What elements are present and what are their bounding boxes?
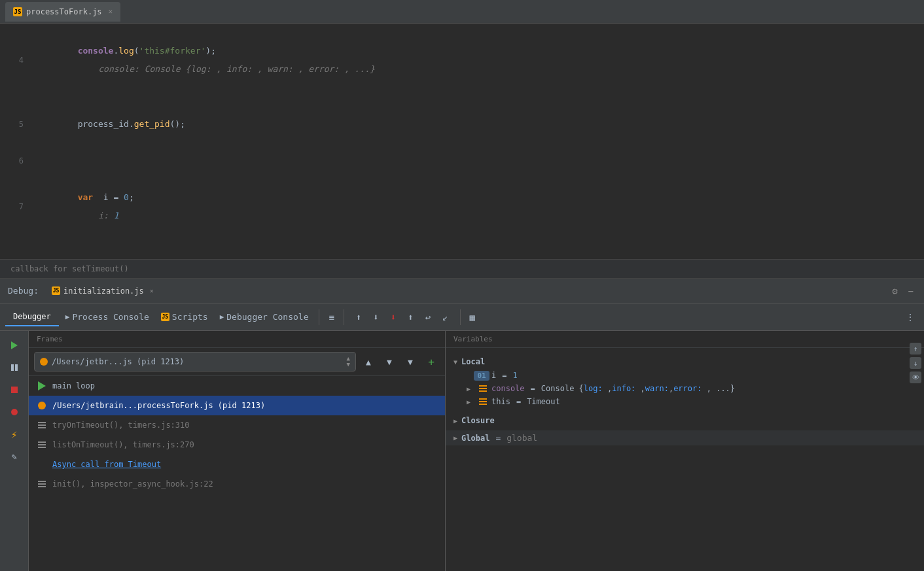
global-section-title: Global [461, 434, 489, 443]
frame-item-init[interactable]: init(), inspector_async_hook.js:22 [29, 474, 445, 494]
variables-header: Variables [446, 331, 924, 348]
frame-processtofork-text: /Users/jetbrain...processToFork.js (pid … [52, 401, 437, 410]
frame-item-processtofork[interactable]: /Users/jetbrain...processToFork.js (pid … [29, 396, 445, 415]
frame-tryontimeout-text: tryOnTimeout(), timers.js:310 [52, 421, 437, 430]
right-action-icons: ↑ ↓ 👁 [907, 340, 924, 386]
eye-icon[interactable]: 👁 [910, 372, 921, 383]
var-this-name: this [491, 397, 510, 406]
svg-rect-11 [38, 481, 46, 482]
code-editor: 4 console.log('this#forker'); console: C… [0, 24, 924, 259]
svg-rect-3 [11, 387, 18, 393]
var-i-value: 1 [512, 371, 517, 380]
tab-close-icon[interactable]: ✕ [109, 7, 113, 16]
svg-rect-6 [38, 424, 46, 426]
stop-side-icon[interactable] [5, 381, 24, 399]
scroll-up-icon[interactable]: ↑ [910, 343, 921, 355]
frame-selector-dot [40, 358, 48, 366]
settings-icon[interactable]: ⚙ [889, 285, 900, 298]
var-this-expand[interactable]: ▶ [467, 398, 474, 406]
var-this-value: Timeout [527, 397, 560, 406]
frame-item-async-timeout[interactable]: Async call from Timeout [29, 455, 445, 474]
resume-side-icon[interactable] [5, 336, 24, 355]
svg-rect-10 [38, 447, 46, 448]
var-console-icon [478, 384, 488, 393]
async-link[interactable]: Async call from Timeout [52, 460, 161, 469]
edit-side-icon[interactable]: ✎ [5, 447, 24, 466]
var-this-eq: = [516, 397, 521, 406]
scroll-down-icon[interactable]: ↓ [910, 357, 921, 369]
var-item-console[interactable]: ▶ console = Console {log: ,info: ,warn:,… [446, 382, 924, 395]
minimize-icon[interactable]: − [906, 285, 916, 298]
tab-scripts[interactable]: JS Scripts [156, 312, 213, 322]
frame-add-btn[interactable]: + [423, 353, 440, 370]
editor-tab[interactable]: JS processToFork.js ✕ [5, 2, 120, 22]
closure-section-header[interactable]: ▶ Closure [446, 413, 924, 428]
var-i-icon: 01 [478, 371, 488, 380]
svg-rect-8 [38, 441, 46, 443]
step-into-icon[interactable]: ⬇ [387, 309, 400, 325]
var-i-name: i [491, 371, 496, 380]
number-badge-icon: 01 [474, 371, 489, 381]
frame-item-tryontimeout[interactable]: tryOnTimeout(), timers.js:310 [29, 415, 445, 435]
debug-nav-icons: ⬆ ⬇ ⬇ ⬆ ↩ ↙ [349, 309, 455, 325]
frame-item-listontimeout[interactable]: listOnTimeout(), timers.js:270 [29, 435, 445, 455]
line-number-6: 6 [0, 152, 31, 170]
tab-debugger[interactable]: Debugger [5, 308, 59, 326]
local-section-header[interactable]: ▼ Local [446, 355, 924, 369]
global-expand-arrow: ▶ [453, 434, 457, 441]
lightning-side-icon[interactable]: ⚡ [5, 425, 24, 443]
step-out-icon[interactable]: ⬆ [404, 309, 417, 325]
debug-main-area: ⚡ ✎ Frames /Users/jetbr...js (pid 1213) … [0, 331, 924, 571]
var-this-icon [478, 397, 488, 406]
tab-debugger-console[interactable]: ▶ Debugger Console [215, 312, 314, 322]
frame-down-btn[interactable]: ▼ [381, 353, 398, 370]
frame-list: main loop /Users/jetbrain...processToFor… [29, 376, 445, 571]
debug-tab-close-icon[interactable]: ✕ [150, 287, 154, 294]
record-side-icon[interactable] [5, 403, 24, 421]
debug-tab-initialization[interactable]: JS initialization.js ✕ [45, 284, 160, 298]
toolbar-separator-1 [319, 309, 319, 325]
show-execution-point-icon[interactable]: ⬆ [352, 309, 365, 325]
var-item-i[interactable]: 01 i = 1 [446, 369, 924, 382]
run-to-cursor-icon[interactable]: ↩ [421, 309, 435, 325]
object-lines-icon [479, 385, 487, 392]
frame-filter-btn[interactable]: ▼ [402, 353, 419, 370]
stack-frame-icon-1 [37, 420, 47, 430]
svg-rect-12 [38, 483, 46, 485]
layout-icon[interactable]: ▦ [466, 309, 479, 325]
tab-debugger-label: Debugger [13, 312, 51, 321]
closure-section-title: Closure [461, 416, 495, 425]
debug-header: Debug: JS initialization.js ✕ ⚙ − [0, 279, 924, 303]
svg-rect-13 [38, 486, 46, 487]
selector-arrow-down: ▼ [347, 362, 350, 368]
global-section[interactable]: ▶ Global = global [446, 430, 924, 445]
code-line-4: 4 console.log('this#forker'); console: C… [0, 24, 924, 97]
debug-js-icon: JS [52, 286, 60, 295]
frame-selector-dropdown[interactable]: /Users/jetbr...js (pid 1213) ▲ ▼ [34, 352, 356, 372]
resume-icon[interactable]: ≡ [325, 309, 338, 325]
evaluate-icon[interactable]: ↙ [438, 309, 452, 325]
line-number-7: 7 [0, 198, 31, 216]
tab-scripts-label: Scripts [172, 312, 208, 322]
step-over-icon[interactable]: ⬇ [369, 309, 382, 325]
local-expand-arrow: ▼ [453, 358, 457, 366]
frame-up-btn[interactable]: ▲ [360, 353, 377, 370]
frames-header: Frames [29, 331, 445, 348]
frame-main-loop-text: main loop [52, 381, 437, 390]
variables-content: ▼ Local 01 i = 1 ▶ [446, 348, 924, 571]
stack-frame-icon-3 [37, 479, 47, 489]
frame-item-main-loop[interactable]: main loop [29, 376, 445, 396]
status-bar: callback for setTimeout() [0, 259, 924, 279]
var-item-this[interactable]: ▶ this = Timeout [446, 395, 924, 408]
var-i-eq: = [502, 371, 506, 380]
tab-process-console[interactable]: ▶ Process Console [60, 312, 154, 322]
frame-listontimeout-text: listOnTimeout(), timers.js:270 [52, 440, 437, 449]
pause-side-icon[interactable] [5, 358, 24, 377]
selector-arrows: ▲ ▼ [347, 356, 350, 368]
debugger-toolbar: Debugger ▶ Process Console JS Scripts ▶ … [0, 303, 924, 331]
side-icons-bar: ⚡ ✎ [0, 331, 29, 571]
var-console-expand[interactable]: ▶ [467, 385, 474, 392]
more-options-icon[interactable]: ⋮ [902, 309, 919, 325]
debug-settings-group: ⚙ − [889, 285, 916, 298]
editor-tab-bar: JS processToFork.js ✕ [0, 0, 924, 24]
